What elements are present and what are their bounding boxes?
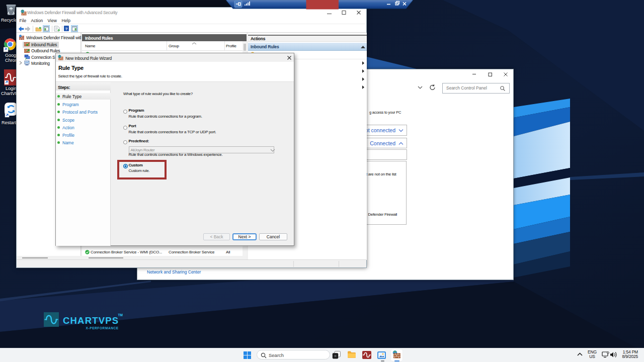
svg-text:TM: TM bbox=[118, 313, 123, 317]
svg-text:X-PERFORMANCE: X-PERFORMANCE bbox=[86, 326, 119, 330]
svg-text:?: ? bbox=[65, 27, 68, 31]
svg-text:CHARTVPS: CHARTVPS bbox=[63, 315, 119, 326]
